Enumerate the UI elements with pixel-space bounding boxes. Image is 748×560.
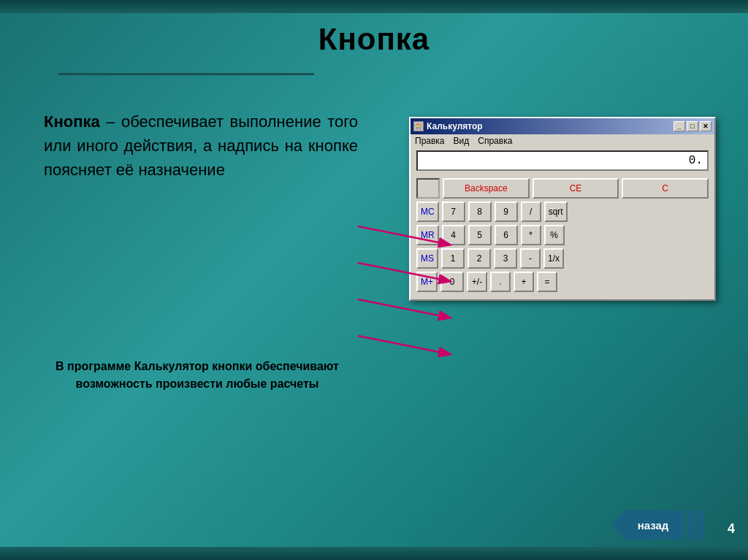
back-button[interactable]: назад [611, 510, 684, 540]
menu-help[interactable]: Справка [478, 136, 512, 146]
sign-button[interactable]: +/- [467, 272, 487, 292]
reciprocal-button[interactable]: 1/x [543, 248, 564, 269]
calc-body: Backspace CE C MC 7 8 9 / sqrt MR 4 5 6 … [411, 174, 714, 299]
plus-button[interactable]: + [514, 272, 534, 292]
btn-row-3: MS 1 2 3 - 1/x [416, 248, 709, 269]
nav-divider-2 [698, 510, 704, 540]
backspace-button[interactable]: Backspace [443, 178, 530, 199]
btn-2[interactable]: 2 [468, 248, 491, 269]
calc-menubar: Правка Вид Справка [411, 134, 714, 147]
sqrt-button[interactable]: sqrt [544, 202, 568, 222]
top-bar [0, 0, 748, 13]
c-button[interactable]: C [622, 178, 709, 199]
btn-5[interactable]: 5 [468, 225, 492, 245]
calc-window-buttons[interactable]: _ □ ✕ [673, 121, 711, 131]
btn-row-1: MC 7 8 9 / sqrt [416, 202, 709, 222]
mr-button[interactable]: MR [416, 225, 439, 245]
btn-row-0: Backspace CE C [416, 178, 709, 199]
calc-display: 0. [416, 150, 709, 171]
spacer [416, 178, 440, 199]
btn-8[interactable]: 8 [468, 202, 492, 222]
btn-row-2: MR 4 5 6 * % [416, 225, 709, 245]
multiply-button[interactable]: * [521, 225, 541, 245]
mplus-button[interactable]: M+ [416, 272, 438, 292]
equals-button[interactable]: = [537, 272, 557, 292]
calc-titlebar: 🧮 Калькулятор _ □ ✕ [411, 118, 714, 134]
percent-button[interactable]: % [544, 225, 565, 245]
decimal-button[interactable]: . [490, 272, 511, 292]
menu-edit[interactable]: Правка [415, 136, 445, 146]
menu-view[interactable]: Вид [454, 136, 470, 146]
ms-button[interactable]: MS [416, 248, 438, 269]
navigation-back[interactable]: назад [611, 510, 704, 540]
main-text: Кнопка – обеспечивает выполнение того ил… [44, 110, 358, 182]
slide-title: Кнопка [0, 22, 748, 57]
btn-1[interactable]: 1 [441, 248, 465, 269]
calc-title-text: Калькулятор [427, 121, 483, 131]
btn-0[interactable]: 0 [440, 272, 464, 292]
divide-button[interactable]: / [521, 202, 541, 222]
ce-button[interactable]: CE [533, 178, 619, 199]
back-label: назад [627, 519, 669, 532]
btn-row-4: M+ 0 +/- . + = [416, 272, 709, 292]
close-button[interactable]: ✕ [700, 121, 711, 131]
page-number: 4 [728, 521, 735, 537]
minimize-button[interactable]: _ [673, 121, 685, 131]
minus-button[interactable]: - [520, 248, 541, 269]
maximize-button[interactable]: □ [687, 121, 698, 131]
calculator-window: 🧮 Калькулятор _ □ ✕ Правка Вид Справка 0… [409, 117, 716, 301]
bold-text: Кнопка [44, 112, 100, 131]
btn-3[interactable]: 3 [494, 248, 517, 269]
btn-4[interactable]: 4 [442, 225, 465, 245]
calc-display-value: 0. [689, 154, 703, 167]
calc-title-left: 🧮 Калькулятор [413, 121, 483, 131]
mc-button[interactable]: MC [416, 202, 439, 222]
title-line [58, 73, 314, 75]
btn-6[interactable]: 6 [495, 225, 518, 245]
bottom-text: В программе Калькулятор кнопки обеспечив… [44, 358, 351, 393]
btn-7[interactable]: 7 [442, 202, 465, 222]
btn-9[interactable]: 9 [495, 202, 518, 222]
nav-divider-1 [689, 510, 695, 540]
bottom-bar [0, 547, 748, 560]
nav-dividers [689, 510, 704, 540]
calc-app-icon: 🧮 [413, 121, 424, 131]
